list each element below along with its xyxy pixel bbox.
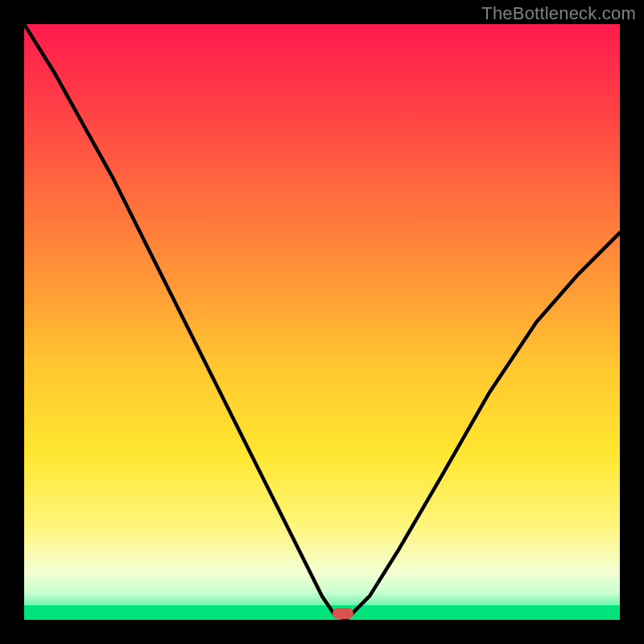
bottleneck-curve	[24, 24, 620, 620]
optimal-marker	[332, 608, 353, 619]
watermark-text: TheBottleneck.com	[481, 3, 636, 24]
plot-area	[24, 24, 620, 620]
curve-svg	[24, 24, 620, 620]
chart-frame: TheBottleneck.com	[0, 0, 644, 644]
